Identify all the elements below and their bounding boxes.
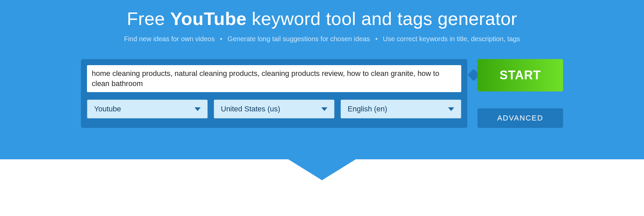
- side-buttons: START ADVANCED: [477, 59, 563, 128]
- start-button-wrapper: START: [477, 59, 563, 91]
- subtitle-part-3: Use correct keywords in title, descripti…: [383, 35, 520, 43]
- search-panel: Youtube United States (us) English (en) …: [81, 59, 563, 128]
- platform-select-value: Youtube: [94, 105, 121, 113]
- country-select-value: United States (us): [221, 105, 280, 113]
- subtitle-part-1: Find new ideas for own videos: [124, 35, 215, 43]
- form-box: Youtube United States (us) English (en): [81, 59, 467, 128]
- selects-row: Youtube United States (us) English (en): [87, 100, 461, 118]
- subtitle-part-2: Generate long tail suggestions for chose…: [228, 35, 370, 43]
- language-select[interactable]: English (en): [341, 100, 461, 118]
- page-title: Free YouTube keyword tool and tags gener…: [0, 8, 644, 29]
- title-prefix: Free: [127, 8, 170, 29]
- notch-down-icon: [288, 159, 356, 180]
- hero-section: Free YouTube keyword tool and tags gener…: [0, 0, 644, 159]
- title-strong: YouTube: [170, 8, 246, 29]
- advanced-button[interactable]: ADVANCED: [477, 108, 563, 128]
- bottom-section: [0, 159, 644, 216]
- title-suffix: keyword tool and tags generator: [246, 8, 517, 29]
- language-select-value: English (en): [348, 105, 387, 113]
- chevron-down-icon: [321, 107, 327, 111]
- platform-select[interactable]: Youtube: [87, 100, 208, 118]
- subtitle: Find new ideas for own videos • Generate…: [0, 35, 644, 43]
- separator-icon: •: [375, 35, 378, 43]
- separator-icon: •: [220, 35, 222, 43]
- chevron-down-icon: [195, 107, 201, 111]
- keywords-input[interactable]: [87, 65, 461, 92]
- chevron-down-icon: [448, 107, 454, 111]
- country-select[interactable]: United States (us): [214, 100, 334, 118]
- start-button[interactable]: START: [477, 59, 563, 91]
